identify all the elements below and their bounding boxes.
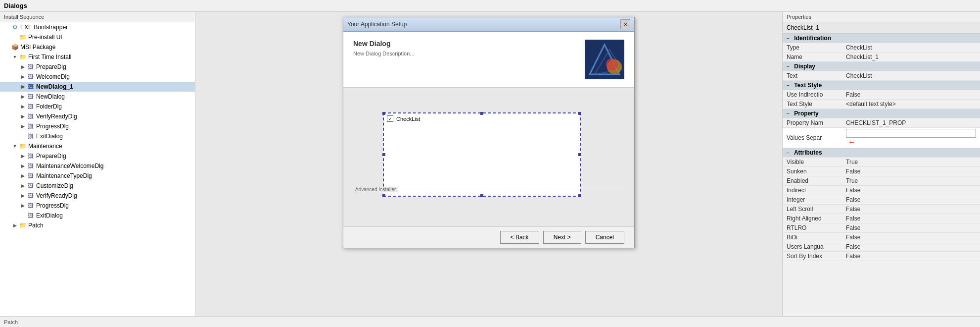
tree-label: EXE Bootstrapper xyxy=(20,24,68,31)
prop-name: Left Scroll xyxy=(783,205,842,214)
tree-label: ExitDialog xyxy=(36,133,63,140)
prop-value: False xyxy=(842,233,980,242)
dialog-body: ✓ CheckList Advanced Installer xyxy=(343,88,634,226)
section-toggle-text-style[interactable]: − xyxy=(787,83,793,88)
tree-toggle-collapsed: ▶ xyxy=(20,64,26,70)
prop-value-editable-cell: ← xyxy=(842,128,980,148)
prop-value: False xyxy=(842,205,980,214)
tree-label: MSI Package xyxy=(20,44,55,51)
tree-item-newdialog-1[interactable]: ▶ 🖼 NewDialog_1 xyxy=(0,82,195,92)
tree-item-progressdlg-2[interactable]: ▶ 🖼 ProgressDlg xyxy=(0,201,195,211)
checklist-control[interactable]: ✓ CheckList xyxy=(383,112,581,197)
handle-top-right[interactable] xyxy=(578,112,581,115)
tree-item-newdialog[interactable]: ▶ 🖼 NewDialog xyxy=(0,92,195,102)
tree-item-preparedlg-1[interactable]: ▶ 🖼 PrepareDlg xyxy=(0,62,195,72)
prop-name: Integer xyxy=(783,195,842,205)
handle-mid-right[interactable] xyxy=(578,153,581,156)
prop-value: False xyxy=(842,186,980,195)
prop-row: Indirect False xyxy=(783,186,980,195)
prop-row: Property Nam CHECKLIST_1_PROP xyxy=(783,118,980,128)
dialog-titlebar: Your Application Setup ✕ xyxy=(343,17,634,32)
prop-value: True xyxy=(842,176,980,186)
prop-name: Visible xyxy=(783,158,842,167)
properties-header: Properties xyxy=(783,12,980,22)
prop-value: False xyxy=(842,223,980,233)
tree-item-msi-package[interactable]: 📦 MSI Package xyxy=(0,42,195,52)
dialog-close-button[interactable]: ✕ xyxy=(620,19,630,29)
tree-item-patch[interactable]: ▶ 📁 Patch xyxy=(0,220,195,230)
prop-name: RTLRO xyxy=(783,223,842,233)
prop-section-display: − Display xyxy=(783,62,980,71)
prop-value: False xyxy=(842,214,980,223)
tree-item-verifyreadydlg-1[interactable]: ▶ 🖼 VerifyReadyDlg xyxy=(0,111,195,121)
dialog-icon: 🖼 xyxy=(27,93,35,101)
section-toggle-property[interactable]: − xyxy=(787,111,793,116)
dialog-icon: 🖼 xyxy=(27,192,35,200)
back-button[interactable]: < Back xyxy=(500,231,539,244)
handle-top-mid[interactable] xyxy=(480,112,483,115)
prop-row: Name CheckList_1 xyxy=(783,53,980,62)
install-sequence-header: Install Sequence xyxy=(0,12,195,22)
handle-mid-left[interactable] xyxy=(382,153,385,156)
section-toggle-display[interactable]: − xyxy=(787,64,793,69)
section-toggle-attributes[interactable]: − xyxy=(787,150,793,156)
prop-row: RTLRO False xyxy=(783,223,980,233)
tree-container[interactable]: ⚙ EXE Bootstrapper 📁 Pre-install UI 📦 MS… xyxy=(0,22,195,316)
tree-item-exe-bootstrapper[interactable]: ⚙ EXE Bootstrapper xyxy=(0,22,195,32)
tree-item-verifyreadydlg-2[interactable]: ▶ 🖼 VerifyReadyDlg xyxy=(0,191,195,201)
tree-item-maintenancewelcomedlg[interactable]: ▶ 🖼 MaintenanceWelcomeDlg xyxy=(0,161,195,171)
values-separator-input[interactable] xyxy=(846,129,976,138)
tree-item-progressdlg-1[interactable]: ▶ 🖼 ProgressDlg xyxy=(0,121,195,131)
tree-item-maintenance[interactable]: ▼ 📁 Maintenance xyxy=(0,141,195,151)
cancel-button[interactable]: Cancel xyxy=(585,231,624,244)
tree-item-first-time-install[interactable]: ▼ 📁 First Time Install xyxy=(0,52,195,62)
tree-label: VerifyReadyDlg xyxy=(36,192,77,199)
tree-toggle-collapsed: ▶ xyxy=(20,193,26,199)
tree-label: NewDialog xyxy=(36,93,65,100)
status-bar: Patch xyxy=(0,316,980,327)
dialog-footer-label: Advanced Installer xyxy=(353,189,624,197)
prop-name: BiDi xyxy=(783,233,842,242)
dialog-header: New Dialog New Dialog Description... xyxy=(343,32,634,88)
folder-icon: 📁 xyxy=(19,142,27,150)
dialog-logo xyxy=(585,40,624,79)
tree-item-folderdlg[interactable]: ▶ 🖼 FolderDlg xyxy=(0,102,195,111)
tree-toggle-collapsed: ▶ xyxy=(20,153,26,159)
prop-section-attributes: − Attributes xyxy=(783,148,980,158)
tree-item-exitdialog-2[interactable]: 🖼 ExitDialog xyxy=(0,211,195,220)
section-label-attributes: Attributes xyxy=(794,149,822,156)
tree-label: Pre-install UI xyxy=(28,34,62,41)
tree-item-exitdialog-1[interactable]: 🖼 ExitDialog xyxy=(0,131,195,141)
tree-toggle-collapsed: ▶ xyxy=(20,74,26,80)
tree-label: CustomizeDlg xyxy=(36,182,73,189)
tree-item-preparedlg-2[interactable]: ▶ 🖼 PrepareDlg xyxy=(0,151,195,161)
tree-toggle xyxy=(4,44,10,50)
prop-section-property: − Property xyxy=(783,109,980,118)
section-toggle-identification[interactable]: − xyxy=(787,36,793,41)
tree-toggle-collapsed: ▶ xyxy=(12,222,18,228)
dialog-icon: 🖼 xyxy=(27,122,35,130)
tree-label: PrepareDlg xyxy=(36,63,66,70)
tree-toggle-collapsed: ▶ xyxy=(20,183,26,189)
prop-value: False xyxy=(842,242,980,252)
right-panel: Properties CheckList_1 − Identification … xyxy=(782,12,980,316)
svg-point-4 xyxy=(606,58,618,70)
section-label-property: Property xyxy=(794,110,818,117)
checklist-checkbox[interactable]: ✓ xyxy=(387,115,393,122)
dialog-window: Your Application Setup ✕ New Dialog New … xyxy=(343,17,635,248)
dialog-header-text: New Dialog New Dialog Description... xyxy=(353,40,585,56)
next-button[interactable]: Next > xyxy=(543,231,581,244)
tree-item-pre-install-ui[interactable]: 📁 Pre-install UI xyxy=(0,32,195,42)
tree-item-customizedlg[interactable]: ▶ 🖼 CustomizeDlg xyxy=(0,181,195,191)
prop-row: BiDi False xyxy=(783,233,980,242)
prop-name: Text Style xyxy=(783,100,842,109)
prop-row-values-separ: Values Separ ← xyxy=(783,128,980,148)
tree-toggle-collapsed: ▶ xyxy=(20,123,26,129)
tree-item-welcomedlg[interactable]: ▶ 🖼 WelcomeDlg xyxy=(0,72,195,82)
handle-top-left[interactable] xyxy=(382,112,385,115)
dialog-icon: 🖼 xyxy=(27,132,35,140)
dialog-icon: 🖼 xyxy=(27,202,35,210)
prop-name: Sunken xyxy=(783,167,842,176)
tree-item-maintenancetypedlg[interactable]: ▶ 🖼 MaintenanceTypeDlg xyxy=(0,171,195,181)
prop-name: Users Langua xyxy=(783,242,842,252)
